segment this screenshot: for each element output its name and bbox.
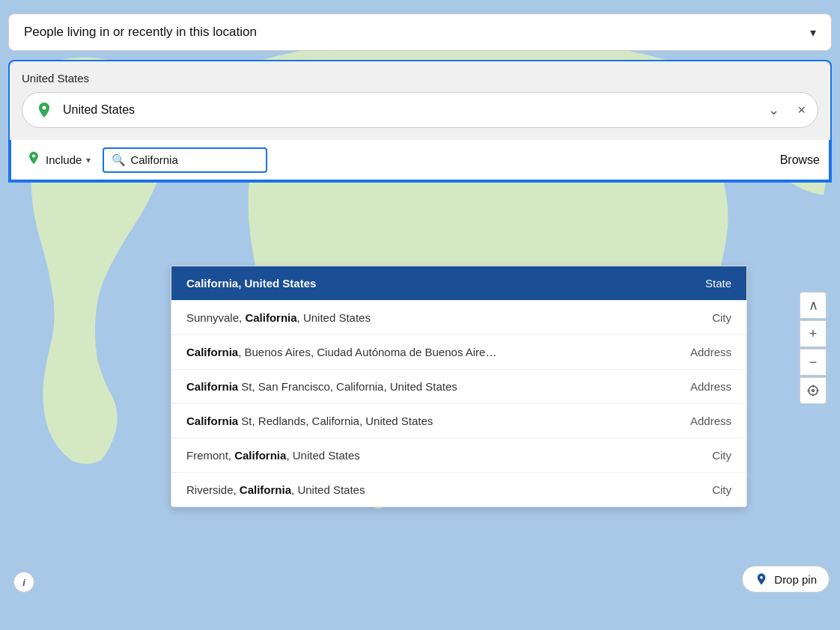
country-pill-close-icon[interactable]: × [797, 103, 806, 118]
result-text: California, Buenos Aires, Ciudad Autónom… [186, 346, 496, 358]
country-search-block: United States United States ⌄ × [8, 60, 832, 183]
location-type-label: People living in or recently in this loc… [24, 25, 257, 40]
result-row[interactable]: California, Buenos Aires, Ciudad Autónom… [171, 335, 746, 370]
country-pill-chevron-icon[interactable]: ⌄ [768, 102, 779, 118]
svg-point-3 [809, 386, 818, 395]
map-info-button[interactable]: i [13, 572, 34, 593]
country-name-label: United States [63, 103, 759, 117]
svg-point-2 [32, 154, 35, 157]
country-section-title: United States [22, 72, 818, 85]
location-type-bar[interactable]: People living in or recently in this loc… [8, 13, 832, 51]
result-row[interactable]: Riverside, California, United StatesCity [171, 473, 746, 507]
result-row[interactable]: Fremont, California, United StatesCity [171, 438, 746, 473]
result-text: Sunnyvale, California, United States [186, 311, 371, 324]
result-row[interactable]: California St, San Francisco, California… [171, 370, 746, 404]
result-type: Address [690, 415, 731, 427]
result-type: Address [690, 380, 731, 393]
result-text: California, United States [186, 277, 316, 290]
map-target-button[interactable] [800, 377, 827, 404]
search-results-dropdown: California, United StatesStateSunnyvale,… [171, 266, 747, 507]
result-type: City [712, 311, 731, 324]
search-icon: 🔍 [112, 153, 126, 167]
search-input[interactable]: California [130, 153, 177, 166]
location-type-chevron-icon: ▾ [810, 25, 816, 40]
search-box[interactable]: 🔍 California [103, 147, 267, 173]
map-zoom-out-button[interactable]: − [800, 349, 827, 376]
svg-point-9 [760, 576, 763, 579]
result-row[interactable]: California St, Redlands, California, Uni… [171, 404, 746, 438]
result-type: State [705, 277, 731, 290]
map-controls: ∧ + − [800, 292, 827, 404]
country-section: United States United States ⌄ × [10, 61, 830, 140]
map-zoom-in-button[interactable]: + [800, 320, 827, 347]
result-text: Fremont, California, United States [186, 449, 360, 462]
result-text: California St, San Francisco, California… [186, 380, 457, 393]
result-row[interactable]: California, United StatesState [171, 266, 746, 301]
result-text: California St, Redlands, California, Uni… [186, 415, 433, 427]
result-text: Riverside, California, United States [186, 483, 365, 496]
map-scroll-up-button[interactable]: ∧ [800, 292, 827, 319]
result-row[interactable]: Sunnyvale, California, United StatesCity [171, 301, 746, 335]
drop-pin-label: Drop pin [774, 573, 817, 586]
include-button[interactable]: Include ▾ [20, 146, 97, 174]
result-type: Address [690, 346, 731, 358]
country-pin-icon [34, 100, 54, 120]
svg-point-4 [812, 390, 815, 392]
ui-wrapper: People living in or recently in this loc… [8, 13, 832, 183]
include-label: Include [46, 153, 82, 166]
search-include-bar: Include ▾ 🔍 California Browse [10, 140, 830, 181]
drop-pin-button[interactable]: Drop pin [742, 566, 830, 593]
result-type: City [712, 449, 731, 462]
browse-button[interactable]: Browse [780, 153, 820, 167]
include-pin-icon [26, 150, 41, 169]
result-type: City [712, 483, 731, 496]
include-chevron-icon: ▾ [86, 155, 91, 165]
country-pill: United States ⌄ × [22, 92, 818, 128]
